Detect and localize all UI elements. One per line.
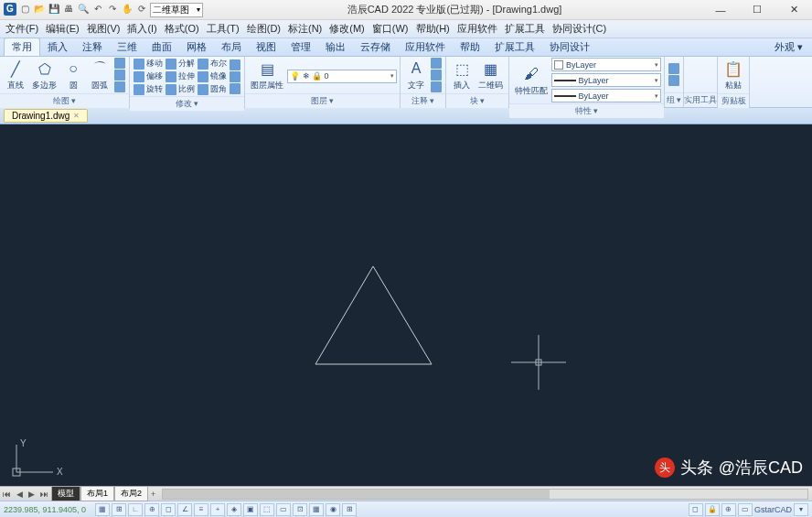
- grp-s2[interactable]: [668, 75, 680, 86]
- sync-icon[interactable]: ⟳: [135, 3, 148, 16]
- tab-3d[interactable]: 三维: [110, 38, 144, 56]
- text-button[interactable]: A文字: [403, 58, 429, 92]
- status-btn[interactable]: ⊞: [342, 503, 357, 516]
- polar-toggle[interactable]: ⊕: [144, 503, 159, 516]
- status-btn[interactable]: ⬚: [260, 503, 274, 516]
- status-btn[interactable]: ▦: [309, 503, 324, 516]
- menu-help[interactable]: 帮助(H): [416, 22, 450, 36]
- tab-ext[interactable]: 扩展工具: [487, 38, 542, 56]
- new-icon[interactable]: ▢: [18, 3, 31, 16]
- status-right-btn[interactable]: ▭: [738, 503, 753, 516]
- panel-label[interactable]: 组 ▾: [665, 92, 683, 107]
- status-right-btn[interactable]: 🔒: [705, 503, 720, 516]
- line-button[interactable]: ╱直线: [3, 58, 28, 92]
- status-btn[interactable]: ▭: [276, 503, 291, 516]
- status-btn[interactable]: ⊡: [293, 503, 307, 516]
- status-btn[interactable]: ◉: [326, 503, 340, 516]
- layout-1-tab[interactable]: 布局1: [80, 486, 114, 501]
- draw-small-1[interactable]: [113, 58, 126, 69]
- minimize-button[interactable]: —: [702, 0, 739, 20]
- open-icon[interactable]: 📂: [33, 3, 46, 16]
- decompose-button[interactable]: 分解: [165, 58, 196, 70]
- tab-insert[interactable]: 插入: [40, 38, 75, 56]
- menu-tools[interactable]: 工具(T): [207, 22, 240, 36]
- circle-button[interactable]: ○圆: [60, 58, 86, 92]
- panel-label[interactable]: 修改 ▾: [130, 96, 244, 111]
- tab-manage[interactable]: 管理: [283, 38, 318, 56]
- panel-label[interactable]: 图层 ▾: [245, 93, 400, 108]
- redo-icon[interactable]: ↷: [106, 3, 119, 16]
- menu-apps[interactable]: 应用软件: [457, 22, 497, 36]
- panel-label[interactable]: 绘图 ▾: [0, 93, 129, 108]
- polygon-button[interactable]: ⬠多边形: [29, 58, 59, 92]
- h-scrollbar[interactable]: [162, 489, 808, 500]
- menu-insert[interactable]: 插入(I): [127, 22, 156, 36]
- snap-toggle[interactable]: ▦: [95, 503, 110, 516]
- menu-edit[interactable]: 编辑(E): [46, 22, 80, 36]
- tab-help[interactable]: 帮助: [453, 38, 487, 56]
- app-logo-icon[interactable]: G: [4, 3, 16, 16]
- tab-output[interactable]: 输出: [318, 38, 353, 56]
- tab-annotate[interactable]: 注释: [75, 38, 110, 56]
- scrollbar-thumb[interactable]: [163, 490, 550, 499]
- fillet-button[interactable]: 圆角: [197, 83, 228, 95]
- menu-format[interactable]: 格式(O): [165, 22, 199, 36]
- ann-s2[interactable]: [430, 70, 443, 81]
- undo-icon[interactable]: ↶: [91, 3, 104, 16]
- maximize-button[interactable]: ☐: [739, 0, 775, 20]
- close-tab-icon[interactable]: ✕: [73, 112, 80, 120]
- mod-s1[interactable]: [229, 59, 241, 70]
- status-btn[interactable]: ◈: [227, 503, 241, 516]
- menu-view[interactable]: 视图(V): [87, 22, 121, 36]
- menu-draw[interactable]: 绘图(D): [247, 22, 281, 36]
- move-button[interactable]: 移动: [133, 58, 164, 70]
- menu-file[interactable]: 文件(F): [5, 22, 38, 36]
- tab-mesh[interactable]: 网格: [179, 38, 214, 56]
- tab-home[interactable]: 常用: [4, 38, 40, 56]
- layout-nav-first[interactable]: ⏮: [0, 490, 14, 499]
- layout-nav-next[interactable]: ▶: [26, 490, 37, 499]
- lineweight-combo[interactable]: ByLayer: [551, 89, 661, 102]
- osnap-toggle[interactable]: ◻: [161, 503, 176, 516]
- menu-collab[interactable]: 协同设计(C): [552, 22, 606, 36]
- status-right-btn[interactable]: ▾: [794, 503, 808, 516]
- layout-nav-last[interactable]: ⏭: [37, 490, 51, 499]
- layout-model-tab[interactable]: 模型: [51, 486, 80, 501]
- layer-props-button[interactable]: ▤图层属性: [248, 58, 286, 92]
- linetype-combo[interactable]: ByLayer: [551, 73, 661, 87]
- bool-button[interactable]: 布尔: [197, 58, 228, 70]
- hand-icon[interactable]: ✋: [121, 3, 134, 16]
- paste-button[interactable]: 📋粘贴: [721, 58, 746, 92]
- print-icon[interactable]: 🖶: [62, 3, 75, 16]
- ann-s3[interactable]: [430, 81, 443, 92]
- arc-button[interactable]: ⌒圆弧: [87, 58, 112, 92]
- mirror-button[interactable]: 镜像: [197, 70, 228, 82]
- stretch-button[interactable]: 拉伸: [165, 70, 196, 82]
- layout-nav-prev[interactable]: ◀: [14, 490, 26, 499]
- tab-layout[interactable]: 布局: [214, 38, 249, 56]
- save-icon[interactable]: 💾: [48, 3, 60, 16]
- panel-label[interactable]: 块 ▾: [446, 93, 508, 108]
- ribbon-appearance[interactable]: 外观 ▾: [769, 38, 808, 56]
- layout-add[interactable]: +: [148, 490, 158, 499]
- mod-s2[interactable]: [229, 71, 241, 82]
- ann-s1[interactable]: [430, 58, 443, 69]
- panel-label[interactable]: 注释 ▾: [401, 93, 445, 108]
- dyn-toggle[interactable]: +: [210, 503, 225, 516]
- status-btn[interactable]: ▣: [243, 503, 258, 516]
- drawing-canvas[interactable]: Y X 头 头条 @浩辰CAD: [0, 124, 812, 486]
- tab-surface[interactable]: 曲面: [144, 38, 179, 56]
- scale-button[interactable]: 比例: [165, 83, 196, 95]
- qr-button[interactable]: ▦二维码: [475, 58, 506, 92]
- preview-icon[interactable]: 🔍: [77, 3, 90, 16]
- match-props-button[interactable]: 🖌特性匹配: [512, 63, 550, 98]
- workspace-combo[interactable]: 二维草图: [150, 3, 203, 17]
- panel-label[interactable]: 特性 ▾: [509, 103, 664, 118]
- offset-button[interactable]: 偏移: [133, 70, 164, 82]
- menu-window[interactable]: 窗口(W): [372, 22, 409, 36]
- tab-apps[interactable]: 应用软件: [398, 38, 453, 56]
- close-button[interactable]: ✕: [775, 0, 812, 20]
- draw-small-3[interactable]: [113, 81, 126, 92]
- menu-modify[interactable]: 修改(M): [329, 22, 365, 36]
- color-combo[interactable]: ByLayer: [551, 58, 661, 71]
